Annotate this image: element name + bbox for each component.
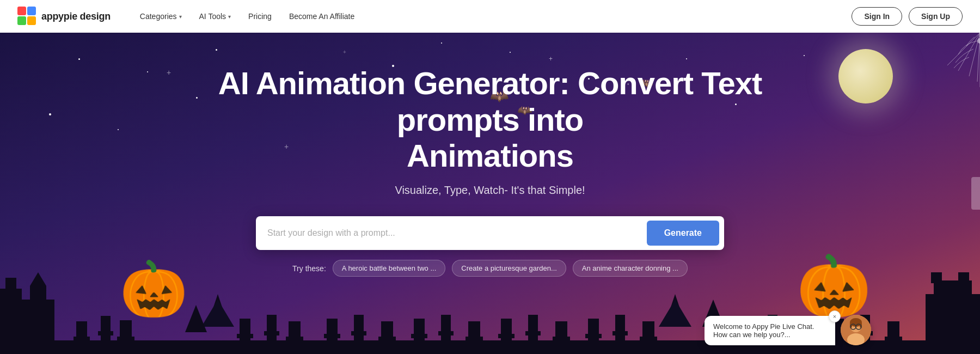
logo-text: appypie design: [41, 11, 111, 22]
svg-rect-11: [5, 278, 16, 289]
generate-button[interactable]: Generate: [647, 221, 719, 246]
svg-rect-47: [615, 315, 625, 343]
svg-rect-24: [264, 331, 279, 335]
svg-rect-38: [465, 337, 483, 341]
search-container: Generate: [256, 216, 724, 250]
nav-links: Categories ▾ AI Tools ▾ Pricing Become A…: [132, 8, 852, 25]
svg-rect-66: [931, 272, 942, 283]
svg-rect-50: [640, 337, 657, 341]
chat-close-button[interactable]: ×: [829, 310, 841, 322]
svg-line-5: [958, 33, 980, 71]
svg-marker-72: [659, 300, 691, 327]
hero-subtitle: Visualize, Type, Watch- It's that Simple…: [218, 184, 762, 197]
svg-rect-45: [588, 319, 599, 343]
svg-line-4: [947, 33, 980, 65]
try-these-label: Try these:: [292, 264, 326, 273]
chat-avatar[interactable]: [841, 315, 871, 345]
svg-marker-69: [201, 300, 234, 327]
svg-rect-23: [267, 315, 277, 343]
try-chip-2[interactable]: Create a picturesque garden...: [452, 260, 566, 277]
nav-auth: Sign In Sign Up: [852, 7, 963, 26]
nav-affiliate[interactable]: Become An Affiliate: [281, 8, 362, 25]
svg-rect-30: [351, 331, 366, 335]
svg-rect-1: [27, 7, 36, 15]
svg-rect-3: [27, 16, 36, 25]
navbar: appypie design Categories ▾ AI Tools ▾ P…: [0, 0, 980, 33]
svg-rect-13: [30, 286, 46, 300]
svg-rect-2: [17, 16, 26, 25]
try-these-container: Try these: A heroic battle between two .…: [292, 260, 688, 277]
logo-icon: [17, 7, 37, 26]
svg-rect-26: [286, 337, 303, 341]
svg-marker-70: [185, 305, 207, 332]
svg-rect-17: [101, 316, 111, 343]
svg-rect-36: [438, 331, 454, 335]
svg-rect-67: [958, 272, 969, 283]
nav-pricing[interactable]: Pricing: [241, 8, 279, 25]
svg-rect-35: [441, 315, 451, 343]
nav-ai-tools[interactable]: AI Tools ▾: [192, 8, 239, 25]
svg-rect-20: [117, 337, 134, 341]
moon-decoration: [838, 49, 893, 103]
nav-categories[interactable]: Categories ▾: [132, 8, 189, 25]
svg-rect-46: [585, 334, 602, 338]
svg-rect-41: [528, 315, 538, 343]
hero-content: AI Animation Generator: Convert Text pro…: [218, 65, 762, 216]
hero-section: + + + ✦ + • 🦇 🦇 🦇 AI Animation Generator…: [0, 33, 980, 354]
svg-rect-22: [237, 334, 253, 338]
scroll-handle[interactable]: [971, 177, 980, 210]
svg-rect-32: [378, 337, 396, 341]
svg-rect-39: [501, 319, 512, 343]
svg-rect-18: [98, 331, 113, 335]
signup-button[interactable]: Sign Up: [909, 7, 963, 26]
svg-rect-21: [240, 319, 250, 343]
signin-button[interactable]: Sign In: [852, 7, 902, 26]
svg-rect-64: [926, 294, 980, 354]
svg-rect-0: [17, 7, 26, 15]
try-chip-1[interactable]: A heroic battle between two ...: [333, 260, 445, 277]
chat-message: Welcome to Appy Pie Live Chat. How can w…: [713, 322, 814, 339]
pumpkin-left: 🎃: [120, 257, 188, 321]
chat-bubble: × Welcome to Appy Pie Live Chat. How can…: [705, 316, 835, 345]
chat-widget: × Welcome to Appy Pie Live Chat. How can…: [705, 315, 871, 345]
svg-rect-29: [354, 315, 364, 343]
svg-rect-62: [885, 337, 902, 341]
try-chip-3[interactable]: An anime character donning ...: [573, 260, 688, 277]
svg-rect-48: [612, 331, 628, 335]
svg-rect-40: [498, 334, 514, 338]
svg-rect-44: [553, 337, 570, 341]
spiderweb-decoration: [915, 33, 980, 98]
svg-marker-14: [30, 272, 46, 286]
prompt-input[interactable]: [267, 228, 647, 238]
hero-title: AI Animation Generator: Convert Text pro…: [218, 65, 762, 174]
svg-rect-42: [525, 331, 541, 335]
svg-rect-28: [324, 334, 340, 338]
agent-avatar-image: [841, 315, 871, 345]
chevron-down-icon: ▾: [228, 14, 231, 20]
chevron-down-icon: ▾: [179, 14, 182, 20]
svg-rect-16: [74, 337, 90, 341]
svg-rect-34: [411, 334, 427, 338]
svg-rect-27: [327, 319, 338, 343]
svg-rect-33: [414, 319, 425, 343]
logo[interactable]: appypie design: [17, 7, 111, 26]
